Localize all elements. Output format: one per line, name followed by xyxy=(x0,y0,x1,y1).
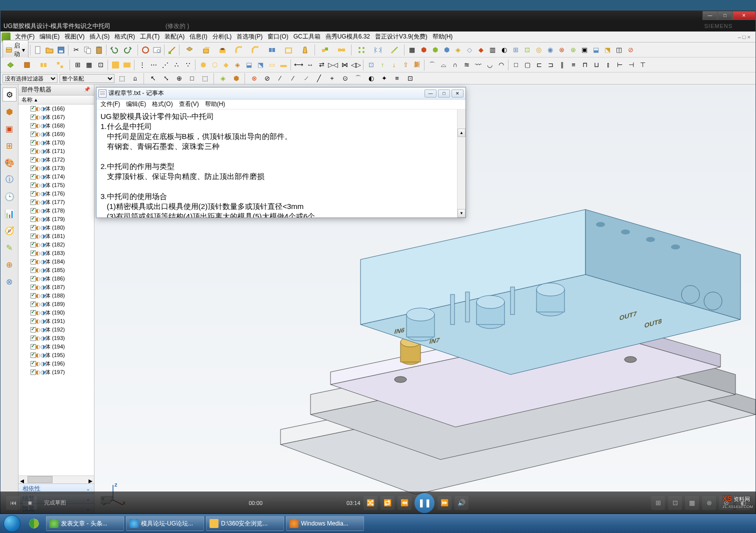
tb2-sq7[interactable]: ⊓ xyxy=(580,60,590,70)
tb2-m2[interactable]: ↑ xyxy=(377,60,388,70)
tree-item[interactable]: ◐◑体 (193) xyxy=(18,334,94,342)
tb2-arc7[interactable]: ◠ xyxy=(496,60,506,70)
datum-plane-button[interactable] xyxy=(182,44,198,56)
tb2-sq6[interactable]: ≡ xyxy=(568,60,579,70)
tree-item[interactable]: ◐◑体 (188) xyxy=(18,292,94,300)
tool-f[interactable]: ◇ xyxy=(464,44,475,56)
sf-9[interactable]: ⬢ xyxy=(230,73,242,84)
menu-yanxiu[interactable]: 燕秀UG模具6.32 xyxy=(323,32,372,42)
tb2-l6[interactable]: ◁▷ xyxy=(350,60,362,70)
checkbox-icon[interactable] xyxy=(30,310,36,316)
checkbox-icon[interactable] xyxy=(30,114,36,120)
checkbox-icon[interactable] xyxy=(30,259,36,264)
tb2-cube7[interactable]: ▭ xyxy=(266,60,278,70)
scroll-up-button[interactable]: ▲ xyxy=(458,128,466,137)
checkbox-icon[interactable] xyxy=(30,250,36,256)
paste-button[interactable] xyxy=(94,44,104,56)
window-maximize-button[interactable]: □ xyxy=(718,11,732,20)
checkbox-icon[interactable] xyxy=(30,234,36,239)
assembly-constraint-button[interactable] xyxy=(334,44,350,56)
checkbox-icon[interactable] xyxy=(30,327,36,332)
nav-hscroll-thumb[interactable] xyxy=(28,476,52,483)
tree-item[interactable]: ◐◑体 (174) xyxy=(18,172,94,181)
tb2-m3[interactable]: ↓ xyxy=(388,60,400,70)
tool-h[interactable]: ▥ xyxy=(487,44,498,56)
checkbox-icon[interactable] xyxy=(30,132,36,137)
tb2-dot4[interactable]: ∴ xyxy=(171,60,182,70)
rtab-proc2[interactable]: ⊕ xyxy=(2,258,16,272)
redo-button[interactable] xyxy=(120,44,136,56)
notepad-close-button[interactable]: ✕ xyxy=(452,90,464,98)
command-finder-button[interactable] xyxy=(152,44,162,56)
tb2-dot1[interactable]: ⋮ xyxy=(136,60,148,70)
sf-16[interactable]: + xyxy=(326,73,338,84)
media-stop-button[interactable]: ■ xyxy=(23,496,37,510)
tb2-sq2[interactable]: ▢ xyxy=(522,60,533,70)
notepad-window[interactable]: 课程章节.txt - 记事本 — □ ✕ 文件(F) 编辑(E) 格式(O) 查… xyxy=(96,87,466,218)
media-shuffle-button[interactable]: 🔀 xyxy=(364,496,378,510)
tree-item[interactable]: ◐◑体 (179) xyxy=(18,215,94,224)
sketch-button[interactable] xyxy=(166,44,178,56)
media-tool-d[interactable]: ⊗ xyxy=(702,496,716,510)
tree-item[interactable]: ◐◑体 (168) xyxy=(18,122,94,130)
tool-n[interactable]: ⊗ xyxy=(556,44,567,56)
sf-6[interactable]: □ xyxy=(186,73,198,84)
tb2-dot3[interactable]: ⋰ xyxy=(160,60,170,70)
tree-item[interactable]: ◐◑体 (182) xyxy=(18,240,94,249)
tb2-a[interactable] xyxy=(2,60,18,70)
tb2-l2[interactable]: ↔ xyxy=(304,60,316,70)
tb2-sq11[interactable]: ⊣ xyxy=(626,60,636,70)
tool-k[interactable]: ⊡ xyxy=(522,44,532,56)
tb2-col1[interactable] xyxy=(110,60,121,70)
taskbar-item-2[interactable]: 模具论坛-UG论坛... xyxy=(126,516,204,531)
menu-analysis[interactable]: 分析(L) xyxy=(210,32,234,42)
np-menu-help[interactable]: 帮助(H) xyxy=(202,100,228,109)
tool-s[interactable]: ◫ xyxy=(614,44,624,56)
media-prev-button[interactable]: ⏪ xyxy=(398,496,412,510)
tb2-grid1[interactable]: ⊞ xyxy=(72,60,83,70)
tb2-l3[interactable]: ⇄ xyxy=(316,60,327,70)
tb2-l5[interactable]: ⋈ xyxy=(339,60,350,70)
menu-preferences[interactable]: 首选项(P) xyxy=(234,32,265,42)
sf-5[interactable]: ⊕ xyxy=(174,73,184,84)
checkbox-icon[interactable] xyxy=(30,370,36,375)
tb2-sq8[interactable]: ⊔ xyxy=(591,60,602,70)
sf-15[interactable]: ╱ xyxy=(314,73,324,84)
tree-item[interactable]: ◐◑体 (177) xyxy=(18,198,94,206)
checkbox-icon[interactable] xyxy=(30,200,36,205)
draft-button[interactable] xyxy=(297,44,313,56)
tree-item[interactable]: ◐◑体 (196) xyxy=(18,360,94,368)
rtab-history[interactable]: 🕒 xyxy=(2,190,16,204)
tool-p[interactable]: ▣ xyxy=(579,44,590,56)
sf-13[interactable]: ⁄ xyxy=(288,73,298,84)
start-orb[interactable] xyxy=(1,514,23,532)
tb2-dot5[interactable]: ∵ xyxy=(182,60,194,70)
wave-button[interactable] xyxy=(386,44,402,56)
tb2-sq10[interactable]: ⊢ xyxy=(614,60,625,70)
copy-button[interactable] xyxy=(82,44,93,56)
menu-insert[interactable]: 插入(S) xyxy=(87,32,112,42)
tool-j[interactable]: ⊞ xyxy=(510,44,521,56)
nav-column-header[interactable]: 名称 ▴ xyxy=(18,96,94,104)
new-button[interactable] xyxy=(32,44,44,56)
taskbar-pin-1[interactable] xyxy=(23,515,45,532)
media-tool-c[interactable]: ▦ xyxy=(685,496,699,510)
checkbox-icon[interactable] xyxy=(30,182,36,188)
sf-14[interactable]: ⟋ xyxy=(300,73,312,84)
pattern-button[interactable] xyxy=(354,44,370,56)
checkbox-icon[interactable] xyxy=(30,276,36,282)
tb2-cube5[interactable]: ⬓ xyxy=(244,60,254,70)
checkbox-icon[interactable] xyxy=(30,268,36,273)
tb2-cube3[interactable]: ◆ xyxy=(220,60,232,70)
sf-1[interactable]: ⬚ xyxy=(116,73,128,84)
tool-d[interactable]: ⬢ xyxy=(441,44,452,56)
tb2-arc3[interactable]: ∩ xyxy=(450,60,460,70)
tb2-sq3[interactable]: ⊏ xyxy=(534,60,544,70)
menu-info[interactable]: 信息(I) xyxy=(187,32,210,42)
sf-4[interactable]: ⤡ xyxy=(160,73,172,84)
tree-item[interactable]: ◐◑体 (181) xyxy=(18,232,94,240)
rtab-system[interactable]: 📊 xyxy=(2,206,16,220)
rtab-ie[interactable]: ⓘ xyxy=(2,172,16,186)
sf-7[interactable]: ⬚ xyxy=(200,73,210,84)
assembly-scope-select[interactable]: 整个装配 xyxy=(60,74,114,83)
